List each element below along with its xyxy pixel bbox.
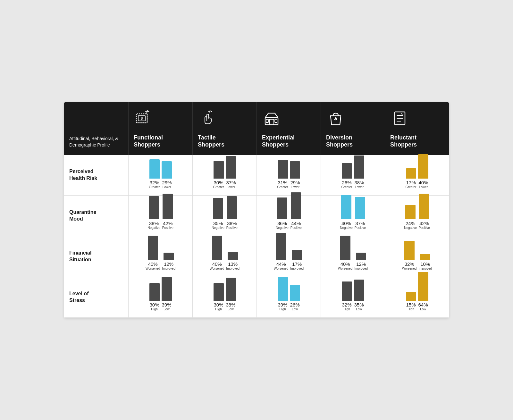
bar-desc: Negative: [340, 226, 352, 230]
bar: [148, 236, 158, 260]
bar-desc: Greater: [406, 185, 416, 189]
bar-group-0: 32%Worsened: [402, 241, 416, 270]
bar: [342, 281, 352, 301]
experiential-title: ExperientialShoppers: [262, 134, 295, 148]
bar-desc: Improved: [290, 267, 304, 270]
bar-desc: Greater: [213, 185, 224, 189]
header-col-tactile: TactileShoppers: [192, 102, 256, 155]
bar-pct: 38%: [226, 302, 235, 307]
bar-pct: 30%: [149, 302, 159, 307]
bar-desc: Positive: [226, 226, 238, 230]
bar-pct: 37%: [355, 221, 365, 226]
functional-title: FunctionalShoppers: [134, 134, 163, 148]
bar-pct: 42%: [163, 221, 172, 226]
data-cell-level-of-stress-4: 15%High64%Low: [385, 277, 449, 318]
bar-group-0: 15%High: [406, 292, 416, 311]
tactile-icon: [198, 109, 217, 130]
data-cell-financial-situation-0: 40%Worsened12%Improved: [128, 236, 192, 277]
row-label-text: QuarantineMood: [69, 209, 96, 223]
bar-desc: High: [343, 307, 350, 311]
bar: [277, 197, 287, 219]
bar-group-0: 32%High: [342, 281, 352, 311]
diversion-icon: [326, 109, 345, 130]
bars-container: 38%Negative42%Positive: [147, 201, 173, 230]
svg-rect-5: [266, 119, 268, 122]
bar: [418, 272, 428, 301]
main-table: Attitudinal, Behavioral, & Demographic P…: [64, 102, 449, 317]
bar-group-0: 31%Greater: [277, 160, 288, 189]
header-label: Attitudinal, Behavioral, & Demographic P…: [64, 102, 128, 155]
data-cell-level-of-stress-3: 32%High35%Low: [321, 277, 385, 318]
bar-group-0: 40%Worsened: [338, 236, 352, 270]
bar-pct: 24%: [406, 221, 415, 226]
bar: [406, 292, 416, 301]
bar-pct: 29%: [162, 180, 172, 185]
bars-container: 24%Negative42%Positive: [404, 201, 430, 230]
bars-container: 32%Worsened10%Improved: [402, 241, 432, 270]
bar: [405, 205, 416, 219]
row-label-text: PerceivedHealth Risk: [69, 168, 97, 182]
bar-desc: Lower: [163, 185, 171, 189]
bar-pct: 30%: [214, 302, 223, 307]
bar-desc: Positive: [419, 226, 430, 230]
header-label-text: Attitudinal, Behavioral, & Demographic P…: [69, 136, 123, 148]
bar-desc: Positive: [162, 226, 173, 230]
bar: [213, 198, 223, 219]
bar-group-1: 13%Improved: [226, 252, 240, 270]
diversion-title: DiversionShoppers: [326, 134, 353, 148]
bar-desc: Positive: [290, 226, 302, 230]
bar-group-1: 38%Low: [226, 278, 236, 311]
bar-desc: Improved: [418, 267, 432, 270]
row-label-financial-situation: FinancialSituation: [64, 236, 128, 277]
data-cell-quarantine-mood-3: 40%Negative37%Positive: [321, 196, 385, 236]
bar: [162, 161, 172, 179]
bar: [404, 241, 415, 260]
bar: [354, 155, 364, 179]
bars-container: 31%Greater29%Lower: [277, 160, 300, 189]
bar-desc: Worsened: [146, 267, 160, 270]
svg-point-7: [335, 117, 337, 119]
bar-group-1: 26%Low: [290, 285, 300, 311]
row-label-text: FinancialSituation: [69, 250, 91, 263]
bars-container: 40%Worsened12%Improved: [338, 241, 368, 270]
bars-container: 40%Negative37%Positive: [340, 201, 366, 230]
bar: [227, 196, 237, 219]
bar: [290, 161, 300, 179]
bar-desc: Worsened: [402, 267, 416, 270]
bar: [420, 254, 430, 260]
table-grid: Attitudinal, Behavioral, & Demographic P…: [64, 102, 449, 317]
data-cell-financial-situation-1: 40%Worsened13%Improved: [192, 236, 256, 277]
bar: [291, 192, 301, 219]
bar-pct: 32%: [149, 180, 159, 185]
bar-desc: Lower: [227, 185, 235, 189]
bar-desc: Low: [228, 307, 233, 311]
bar-pct: 40%: [148, 261, 158, 267]
bar-pct: 17%: [406, 180, 416, 185]
bar-group-1: 42%Positive: [162, 194, 173, 230]
bar: [354, 280, 364, 301]
bar-pct: 40%: [418, 180, 428, 185]
bar-group-1: 17%Improved: [290, 250, 304, 270]
bar-group-1: 39%Low: [162, 277, 172, 311]
bar-group-0: 30%Greater: [213, 161, 224, 189]
bar-desc: Low: [164, 307, 169, 311]
bar-group-0: 30%High: [214, 283, 224, 311]
bar-desc: Negative: [147, 226, 160, 230]
bar-pct: 13%: [228, 261, 238, 267]
bar: [226, 156, 236, 179]
bar: [214, 161, 224, 179]
bar: [162, 277, 172, 301]
bars-container: 35%Negative38%Positive: [212, 201, 237, 230]
bar-desc: High: [215, 307, 222, 311]
bar-group-0: 36%Negative: [276, 197, 288, 230]
bars-container: 40%Worsened12%Improved: [146, 241, 175, 270]
bar-desc: Low: [420, 307, 426, 311]
bar-pct: 37%: [226, 180, 236, 185]
row-label-quarantine-mood: QuarantineMood: [64, 196, 128, 236]
svg-rect-6: [275, 119, 277, 122]
reluctant-title: ReluctantShoppers: [390, 134, 417, 148]
bars-container: 30%High38%Low: [214, 282, 236, 311]
bar-group-0: 40%Worsened: [146, 236, 160, 270]
bar: [164, 253, 174, 260]
bar-group-1: 10%Improved: [418, 254, 432, 270]
